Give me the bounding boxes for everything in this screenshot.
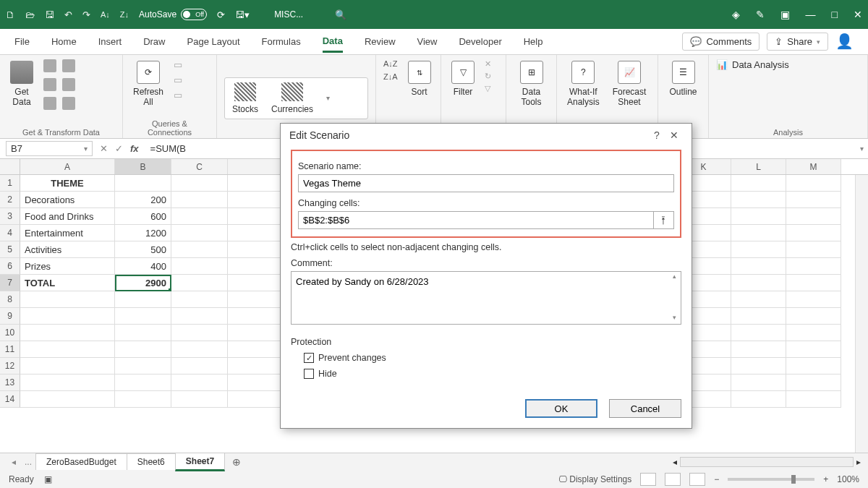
cell[interactable]: Entertainment — [20, 225, 115, 241]
comment-textarea[interactable]: Created by Sandy on 6/28/2023 — [291, 271, 681, 325]
col-header-l[interactable]: L — [731, 159, 786, 174]
cell[interactable]: 2900 — [115, 275, 171, 291]
cell[interactable] — [731, 391, 786, 408]
row-header[interactable]: 9 — [0, 308, 20, 325]
comments-button[interactable]: 💬Comments — [682, 33, 760, 51]
close-icon[interactable]: ✕ — [854, 9, 862, 20]
prevent-changes-checkbox[interactable]: ✓ Prevent changes — [304, 353, 681, 363]
row-header[interactable]: 8 — [0, 291, 20, 308]
scenario-name-input[interactable] — [298, 174, 674, 192]
cell[interactable]: 500 — [115, 241, 171, 258]
sheet-tab-zerobasedbudget[interactable]: ZeroBasedBudget — [35, 453, 127, 470]
hide-checkbox[interactable]: Hide — [304, 369, 681, 379]
tab-insert[interactable]: Insert — [98, 32, 122, 51]
normal-view-icon[interactable] — [640, 473, 656, 486]
display-settings-button[interactable]: 🖵 Display Settings — [558, 474, 631, 484]
zoom-slider[interactable] — [728, 478, 814, 481]
cell[interactable] — [786, 391, 841, 408]
maximize-icon[interactable]: □ — [832, 9, 838, 20]
cell[interactable] — [786, 358, 841, 374]
cell[interactable] — [171, 325, 228, 341]
tab-file[interactable]: File — [14, 32, 30, 51]
outline-button[interactable]: ☰ Outline — [665, 59, 701, 98]
cell[interactable] — [115, 374, 171, 391]
row-header[interactable]: 10 — [0, 325, 20, 341]
cell[interactable] — [115, 175, 171, 192]
properties-icon[interactable]: ▭ — [174, 74, 182, 85]
cell[interactable]: THEME — [20, 175, 115, 192]
col-header-b[interactable]: B — [115, 159, 171, 174]
toggle-switch[interactable]: Off — [181, 9, 207, 20]
get-transform-icons[interactable] — [43, 59, 75, 110]
cell[interactable] — [115, 391, 171, 408]
cell[interactable] — [731, 275, 786, 291]
cell[interactable] — [171, 241, 228, 258]
scroll-down-icon[interactable]: ▾ — [668, 314, 680, 325]
row-header[interactable]: 1 — [0, 175, 20, 192]
cell[interactable]: Prizes — [20, 258, 115, 275]
cell[interactable] — [786, 225, 841, 241]
zoom-in-icon[interactable]: + — [823, 474, 828, 484]
open-file-icon[interactable]: 🗁 — [25, 9, 35, 20]
cell[interactable] — [731, 374, 786, 391]
cell[interactable] — [20, 308, 115, 325]
filter-button[interactable]: ▽ Filter — [448, 59, 477, 98]
cell[interactable] — [171, 358, 228, 374]
horizontal-scrollbar[interactable]: ◂ ▸ — [673, 457, 868, 467]
cell[interactable] — [786, 241, 841, 258]
cell[interactable] — [731, 208, 786, 225]
cell[interactable] — [731, 308, 786, 325]
currencies-type[interactable]: Currencies — [271, 82, 313, 114]
cell[interactable] — [171, 258, 228, 275]
autosave-toggle[interactable]: AutoSave Off — [139, 9, 207, 20]
cell[interactable] — [171, 208, 228, 225]
add-sheet-icon[interactable]: ⊕ — [225, 456, 248, 468]
row-header[interactable]: 2 — [0, 192, 20, 208]
cell[interactable]: 1200 — [115, 225, 171, 241]
vertical-scrollbar[interactable] — [855, 175, 868, 453]
search-icon[interactable]: 🔍 — [335, 9, 346, 20]
sheet-nav-prev-icon[interactable]: ◂ — [7, 457, 20, 467]
cell[interactable] — [115, 358, 171, 374]
cell[interactable] — [786, 341, 841, 358]
cell[interactable] — [115, 308, 171, 325]
cell[interactable] — [786, 325, 841, 341]
save-icon[interactable]: 🖫 — [45, 9, 54, 20]
row-header[interactable]: 14 — [0, 391, 20, 408]
save-dropdown-icon[interactable]: 🖫▾ — [235, 9, 250, 20]
tab-data[interactable]: Data — [323, 31, 343, 53]
stocks-type[interactable]: Stocks — [232, 82, 258, 114]
col-header-a[interactable]: A — [20, 159, 115, 174]
row-header[interactable]: 11 — [0, 341, 20, 358]
col-header-m[interactable]: M — [786, 159, 841, 174]
row-header[interactable]: 4 — [0, 225, 20, 241]
cell[interactable] — [731, 241, 786, 258]
clear-icon[interactable]: ✕ — [485, 59, 491, 69]
cell[interactable] — [731, 358, 786, 374]
sort-az-icon[interactable]: A↓Z — [383, 59, 398, 68]
tab-formulas[interactable]: Formulas — [262, 32, 301, 51]
name-box[interactable]: B7 — [6, 141, 93, 156]
page-break-view-icon[interactable] — [689, 473, 705, 486]
row-header[interactable]: 5 — [0, 241, 20, 258]
row-header[interactable]: 13 — [0, 374, 20, 391]
sheet-tab-sheet6[interactable]: Sheet6 — [127, 453, 176, 470]
macro-rec-icon[interactable]: ▣ — [44, 474, 52, 484]
tab-review[interactable]: Review — [365, 32, 396, 51]
cell[interactable] — [731, 291, 786, 308]
tab-home[interactable]: Home — [51, 32, 77, 51]
wand-icon[interactable]: ✎ — [756, 9, 765, 20]
sort-asc-icon[interactable]: A↓ — [101, 10, 110, 19]
zoom-out-icon[interactable]: − — [714, 474, 719, 484]
diamond-icon[interactable]: ◈ — [732, 9, 740, 20]
scroll-left-icon[interactable]: ◂ — [673, 457, 677, 467]
expand-formula-icon[interactable]: ▾ — [855, 145, 868, 153]
cell[interactable] — [115, 341, 171, 358]
cell[interactable]: Decorations — [20, 192, 115, 208]
enter-formula-icon[interactable]: ✓ — [115, 143, 123, 154]
get-data-button[interactable]: Get Data — [7, 59, 36, 108]
cell[interactable] — [171, 225, 228, 241]
cell[interactable] — [20, 358, 115, 374]
cell[interactable] — [731, 225, 786, 241]
queries-icon[interactable]: ▭ — [174, 59, 182, 70]
